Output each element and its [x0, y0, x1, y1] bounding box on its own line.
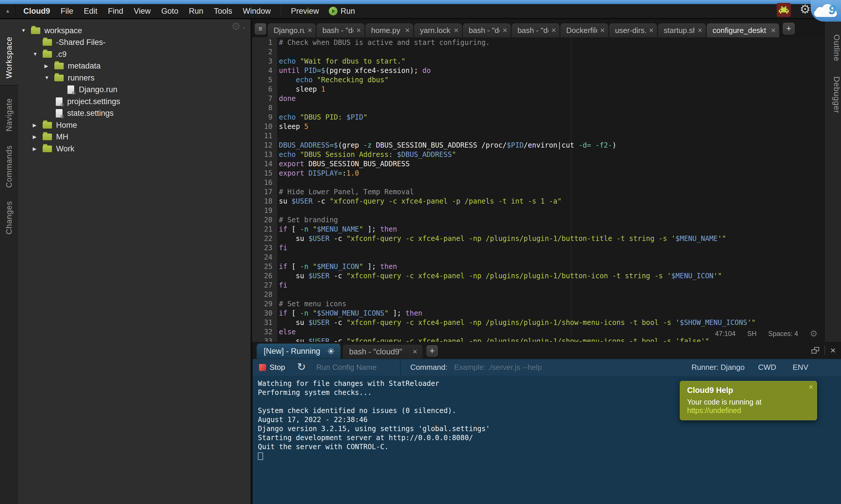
menu-item-goto[interactable]: Goto — [156, 4, 184, 18]
chevron-expanded-icon[interactable]: ▼ — [45, 75, 54, 81]
code-editor[interactable]: 1234567891011121314151617181920212223242… — [252, 37, 824, 342]
spinner-icon: ✳ — [327, 346, 334, 356]
console-tab-new-running[interactable]: [New] - Running✳ — [257, 344, 341, 359]
close-tab-icon[interactable]: × — [771, 26, 776, 35]
editor-tab-startup-sh[interactable]: startup.sh× — [658, 23, 706, 37]
editor-tab-dockerfile[interactable]: Dockerfile× — [560, 23, 608, 37]
close-tab-icon[interactable]: × — [551, 26, 556, 35]
run-config-name-input[interactable]: Run Config Name — [316, 359, 377, 376]
workspace-file-tree-panel: ⚙ ▾ ▼workspace-Shared Files-▼.c9▶metadat… — [18, 19, 251, 504]
help-popup-message: Your code is running at https://undefine… — [687, 398, 810, 415]
menu-item-tools[interactable]: Tools — [208, 4, 237, 18]
close-tab-icon[interactable]: × — [413, 347, 417, 356]
settings-gear-icon[interactable]: ⚙ — [800, 2, 811, 16]
sidebar-tab-debugger[interactable]: Debugger — [825, 76, 841, 113]
chevron-collapsed-icon[interactable]: ▶ — [33, 146, 42, 152]
sidebar-tab-outline[interactable]: Outline — [825, 34, 841, 61]
maximize-console-icon[interactable] — [811, 347, 819, 354]
new-editor-tab-button[interactable]: + — [783, 23, 794, 34]
line-number-gutter[interactable]: 1234567891011121314151617181920212223242… — [252, 37, 277, 342]
syntax-mode[interactable]: SH — [747, 329, 757, 338]
tree-item-workspace[interactable]: ▼workspace — [18, 25, 251, 37]
close-tab-icon[interactable]: × — [502, 26, 507, 35]
tree-item-shared-files[interactable]: -Shared Files- — [18, 37, 251, 49]
close-tab-icon[interactable]: × — [698, 26, 702, 35]
close-tab-icon[interactable]: × — [356, 26, 361, 35]
tree-item-project-settings[interactable]: project.settings — [18, 96, 251, 108]
chevron-expanded-icon[interactable]: ▼ — [21, 28, 31, 34]
code-line — [277, 103, 824, 112]
bug-report-button[interactable] — [777, 3, 791, 17]
editor-tab-django-ru[interactable]: Django.ru× — [268, 23, 316, 37]
help-popup-close-icon[interactable]: × — [809, 382, 813, 392]
folder-icon — [42, 133, 52, 140]
sidebar-tab-commands[interactable]: Commands — [0, 142, 18, 191]
chevron-collapsed-icon[interactable]: ▶ — [33, 122, 42, 128]
line-number: 28 — [252, 290, 277, 299]
code-line: echo "Wait for dbus to start." — [277, 57, 824, 66]
cursor-position[interactable]: 47:104 — [715, 329, 735, 338]
editor-tab-bash-de[interactable]: bash - "de× — [316, 23, 364, 37]
menu-item-cloud9[interactable]: Cloud9 — [18, 4, 55, 18]
preview-button[interactable]: Preview — [286, 4, 324, 18]
editor-tab-yarn-lock[interactable]: yarn.lock× — [414, 23, 462, 37]
tree-item-state-settings[interactable]: state.settings — [18, 108, 251, 120]
collapse-menu-button[interactable]: ▲ — [0, 4, 16, 18]
code-line — [277, 206, 824, 215]
close-tab-icon[interactable]: × — [600, 26, 605, 35]
chevron-expanded-icon[interactable]: ▼ — [33, 51, 42, 57]
menu-item-find[interactable]: Find — [103, 4, 129, 18]
sidebar-tab-navigate[interactable]: Navigate — [0, 92, 18, 138]
close-tab-icon[interactable]: × — [405, 26, 410, 35]
sidebar-tab-workspace[interactable]: Workspace — [0, 30, 18, 85]
line-number: 33 — [252, 337, 277, 342]
cwd-button[interactable]: CWD — [758, 359, 776, 376]
close-tab-icon[interactable]: × — [308, 26, 312, 35]
chevron-collapsed-icon[interactable]: ▶ — [45, 63, 54, 69]
tree-item-label: runners — [68, 73, 95, 83]
new-console-tab-button[interactable]: + — [427, 345, 438, 356]
run-config-bar: Stop ↻ Run Config Name Command: Example:… — [253, 359, 841, 376]
close-tab-icon[interactable]: × — [454, 26, 459, 35]
menu-item-run[interactable]: Run — [184, 4, 209, 18]
indent-setting[interactable]: Spaces: 4 — [768, 329, 798, 338]
close-console-icon[interactable]: × — [830, 346, 836, 355]
menu-item-file[interactable]: File — [55, 4, 79, 18]
tree-item-c9[interactable]: ▼.c9 — [18, 49, 251, 60]
editor-settings-gear-icon[interactable]: ⚙ — [810, 329, 818, 338]
sidebar-tab-changes[interactable]: Changes — [0, 194, 18, 241]
folder-icon — [42, 146, 52, 152]
close-tab-icon[interactable]: × — [649, 26, 654, 35]
editor-tab-home-py[interactable]: home.py× — [365, 23, 413, 37]
menu-items: Cloud9FileEditFindViewGotoRunToolsWindow — [16, 4, 276, 18]
console-tab-bash-cloud9[interactable]: bash - "cloud9"× — [343, 345, 423, 359]
command-label: Command: — [410, 359, 447, 376]
menu-item-edit[interactable]: Edit — [79, 4, 103, 18]
run-button[interactable]: Run — [324, 4, 360, 18]
cloud9-logo-icon[interactable]: 9 — [814, 3, 838, 17]
tree-item-mh[interactable]: ▶MH — [18, 131, 251, 143]
tree-item-label: Home — [56, 121, 77, 130]
chevron-collapsed-icon[interactable]: ▶ — [33, 134, 42, 140]
line-number: 2 — [252, 47, 277, 57]
editor-tab-bash-de[interactable]: bash - "de× — [463, 23, 511, 37]
runner-selector[interactable]: Runner: Django — [691, 359, 745, 376]
help-popup-link[interactable]: https://undefined — [687, 406, 741, 414]
tree-item-metadata[interactable]: ▶metadata — [18, 60, 251, 72]
tree-item-django-run[interactable]: Django.run — [18, 84, 251, 96]
editor-tab-configure-deskt[interactable]: configure_deskt× — [707, 23, 779, 37]
tree-item-work[interactable]: ▶Work — [18, 143, 251, 155]
tab-list-icon[interactable]: ≡ — [255, 23, 266, 34]
menu-item-view[interactable]: View — [128, 4, 156, 18]
restart-icon[interactable]: ↻ — [297, 361, 306, 373]
stop-button[interactable]: Stop — [259, 359, 285, 376]
tree-item-label: .c9 — [56, 50, 67, 59]
tree-item-home[interactable]: ▶Home — [18, 119, 251, 131]
command-input[interactable]: Example: ./server.js --help — [454, 359, 542, 376]
env-button[interactable]: ENV — [793, 359, 808, 376]
tree-item-runners[interactable]: ▼runners — [18, 72, 251, 84]
menu-item-window[interactable]: Window — [237, 4, 276, 18]
editor-tab-bash-de[interactable]: bash - "de× — [512, 23, 560, 37]
editor-tab-user-dirs[interactable]: user-dirs.× — [609, 23, 657, 37]
tree-item-label: -Shared Files- — [56, 38, 106, 47]
